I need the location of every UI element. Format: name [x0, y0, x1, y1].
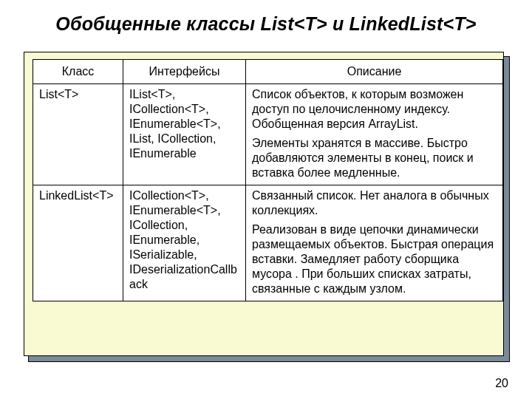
- desc-paragraph: Реализован в виде цепочки динамически ра…: [252, 222, 497, 296]
- cell-description: Связанный список. Нет аналога в обычных …: [246, 185, 503, 301]
- header-interfaces: Интерфейсы: [123, 60, 246, 84]
- desc-paragraph: Список объектов, к которым возможен дост…: [252, 87, 497, 132]
- header-class: Класс: [33, 60, 123, 84]
- table-row: List<T> IList<T>, ICollection<T>, IEnume…: [33, 84, 503, 185]
- cell-class: List<T>: [33, 84, 123, 185]
- collections-table: Класс Интерфейсы Описание List<T> IList<…: [33, 59, 503, 301]
- desc-paragraph: Связанный список. Нет аналога в обычных …: [252, 188, 497, 218]
- slide-title: Обобщенные классы List<T> и LinkedList<T…: [0, 13, 532, 35]
- slide: Обобщенные классы List<T> и LinkedList<T…: [0, 0, 532, 399]
- cell-interfaces: IList<T>, ICollection<T>, IEnumerable<T>…: [123, 84, 246, 185]
- table-row: LinkedList<T> ICollection<T>, IEnumerabl…: [33, 185, 503, 301]
- desc-paragraph: Элементы хранятся в массиве. Быстро доба…: [252, 136, 497, 180]
- cell-interfaces: ICollection<T>, IEnumerable<T>, ICollect…: [123, 185, 246, 301]
- cell-description: Список объектов, к которым возможен дост…: [246, 84, 503, 185]
- page-number: 20: [495, 377, 508, 390]
- table-header-row: Класс Интерфейсы Описание: [33, 60, 503, 84]
- header-description: Описание: [246, 60, 503, 84]
- cell-class: LinkedList<T>: [33, 185, 123, 301]
